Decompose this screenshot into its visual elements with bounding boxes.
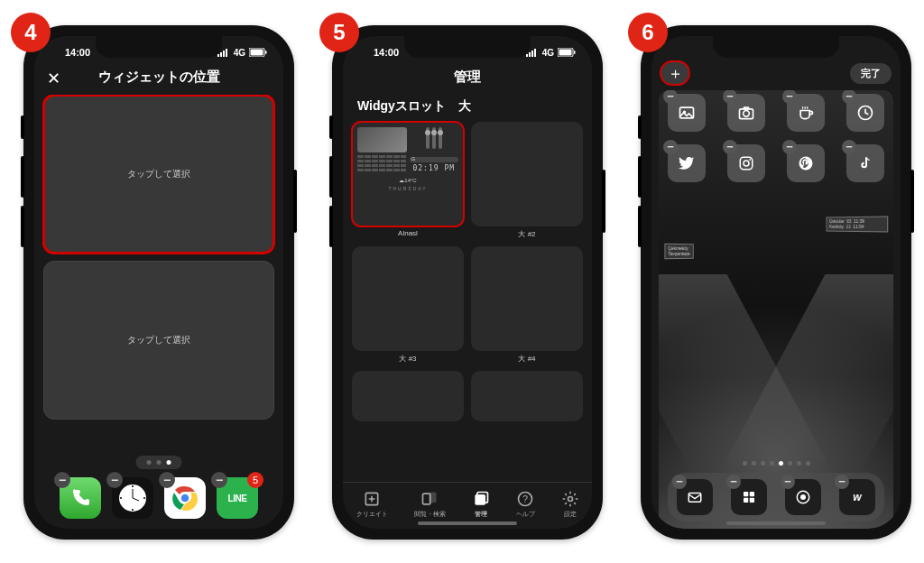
remove-icon[interactable]: − — [726, 475, 741, 489]
dock-app-line[interactable]: −5LINE — [217, 477, 258, 519]
tab-manage[interactable]: 管理 — [472, 490, 490, 519]
app-icon-twitter[interactable]: − — [668, 144, 706, 182]
home-indicator[interactable] — [726, 521, 826, 525]
step-4: 4 14:00 4G ✕ ウィジェットの位置 タップして選択 タップして選択 — [23, 25, 294, 540]
notification-badge: 5 — [247, 472, 263, 488]
tab-help[interactable]: ?ヘルプ — [516, 490, 535, 519]
remove-icon[interactable]: − — [672, 475, 687, 489]
dock-app-browser[interactable]: − — [785, 479, 821, 515]
svg-text:?: ? — [522, 494, 528, 504]
step-badge: 5 — [319, 13, 359, 52]
remove-icon[interactable]: − — [159, 472, 175, 488]
app-icon-coffee[interactable]: − — [787, 94, 825, 132]
done-button[interactable]: 完了 — [850, 63, 892, 84]
svg-point-12 — [132, 509, 134, 511]
page-indicator[interactable] — [136, 456, 182, 469]
close-icon[interactable]: ✕ — [47, 69, 60, 88]
svg-rect-17 — [526, 54, 528, 57]
tile-label: Alnasl — [352, 226, 464, 237]
remove-icon[interactable]: − — [782, 90, 797, 104]
dock-app-chrome[interactable]: − — [164, 477, 206, 519]
dock-app-phone[interactable]: − — [60, 477, 101, 519]
app-icon-photos[interactable]: − — [668, 94, 706, 132]
remove-icon[interactable]: − — [211, 472, 227, 488]
svg-rect-1 — [220, 52, 222, 57]
remove-icon[interactable]: − — [781, 475, 795, 489]
tab-settings[interactable]: 設定 — [561, 490, 579, 519]
add-widget-button[interactable]: ＋ — [661, 61, 689, 85]
svg-rect-42 — [688, 494, 701, 503]
remove-icon[interactable]: − — [54, 472, 70, 488]
battery-icon — [249, 48, 267, 57]
widget-tile-2[interactable]: 大 #2 — [471, 122, 583, 239]
remove-icon[interactable]: − — [663, 140, 678, 154]
widget-slot-2[interactable]: タップして選択 — [43, 261, 274, 420]
svg-point-31 — [568, 496, 572, 501]
app-icon-clock[interactable]: − — [846, 94, 884, 132]
svg-rect-5 — [251, 50, 263, 56]
dock: − − − −w — [668, 473, 884, 521]
status-network: 4G — [234, 48, 245, 58]
app-icon-pinterest[interactable]: − — [787, 144, 825, 182]
phone-frame: 14:00 4G 管理 Widgyスロット 大 — [332, 25, 603, 540]
dock-app-widgy[interactable]: −w — [839, 479, 875, 515]
tile-label: 大 #3 — [352, 351, 464, 364]
svg-point-39 — [744, 161, 749, 166]
remove-icon[interactable]: − — [663, 90, 678, 104]
svg-point-40 — [749, 159, 751, 161]
tab-browse[interactable]: 閲覧・検索 — [414, 490, 446, 519]
svg-point-48 — [800, 494, 806, 500]
tile-label: 大 #4 — [471, 351, 583, 364]
svg-point-35 — [744, 111, 750, 117]
app-icon-instagram[interactable]: − — [727, 144, 765, 182]
svg-point-11 — [143, 497, 145, 499]
step-badge: 4 — [11, 13, 51, 52]
remove-icon[interactable]: − — [842, 140, 856, 154]
step-5: 5 14:00 4G 管理 Widgyスロット 大 — [332, 25, 603, 540]
app-icon-camera[interactable]: − — [727, 94, 765, 132]
widget-tile-4[interactable]: 大 #4 — [471, 246, 583, 364]
widget-tile-6[interactable] — [471, 371, 583, 421]
station-sign-right: Üsküdar 03 11:39 Kadıköy 11 11:54 — [827, 216, 889, 232]
svg-rect-18 — [529, 52, 531, 57]
step-6: 6 ＋ 完了 ÇekmeköyTavşantepe Üsküdar 03 11:… — [641, 25, 911, 540]
dock-app-clock[interactable]: − — [112, 477, 153, 519]
tile-label: 大 #2 — [471, 226, 583, 239]
widget-tile-3[interactable]: 大 #3 — [352, 246, 464, 364]
home-screen[interactable]: ÇekmeköyTavşantepe Üsküdar 03 11:39 Kadı… — [659, 90, 893, 529]
battery-icon — [558, 48, 576, 57]
svg-rect-19 — [531, 51, 533, 57]
svg-point-13 — [120, 497, 122, 499]
remove-icon[interactable]: − — [782, 140, 797, 154]
station-sign-left: ÇekmeköyTavşantepe — [664, 244, 693, 259]
page-indicator[interactable] — [659, 461, 893, 466]
step-badge: 6 — [628, 13, 668, 52]
svg-rect-20 — [534, 49, 536, 57]
svg-point-41 — [799, 157, 813, 171]
svg-point-10 — [132, 485, 134, 487]
remove-icon[interactable]: − — [723, 90, 737, 104]
svg-rect-43 — [744, 492, 748, 496]
svg-rect-6 — [265, 51, 267, 54]
tab-create[interactable]: クリエイト — [356, 490, 388, 519]
svg-rect-45 — [744, 498, 748, 503]
app-icon-tiktok[interactable]: − — [846, 144, 884, 182]
widget-tile-1[interactable]: 02:19 PM ☁14°C THURSDAY Alnasl — [352, 122, 464, 239]
widget-preview: 02:19 PM ☁14°C THURSDAY — [352, 122, 464, 197]
widget-tile-5[interactable] — [352, 371, 464, 421]
dock-app-mail[interactable]: − — [677, 479, 713, 515]
remove-icon[interactable]: − — [723, 140, 737, 154]
svg-rect-46 — [750, 498, 754, 503]
remove-icon[interactable]: − — [106, 472, 123, 488]
home-indicator[interactable] — [418, 521, 517, 525]
svg-rect-36 — [744, 106, 750, 109]
svg-rect-3 — [226, 49, 227, 57]
remove-icon[interactable]: − — [842, 90, 856, 104]
remove-icon[interactable]: − — [835, 475, 849, 489]
svg-rect-44 — [750, 492, 754, 496]
dock-app-files[interactable]: − — [731, 479, 767, 515]
dock: − − − −5LINE — [42, 473, 276, 523]
svg-rect-26 — [429, 492, 436, 503]
svg-rect-2 — [223, 51, 225, 57]
widget-slot-1[interactable]: タップして選択 — [43, 95, 274, 254]
